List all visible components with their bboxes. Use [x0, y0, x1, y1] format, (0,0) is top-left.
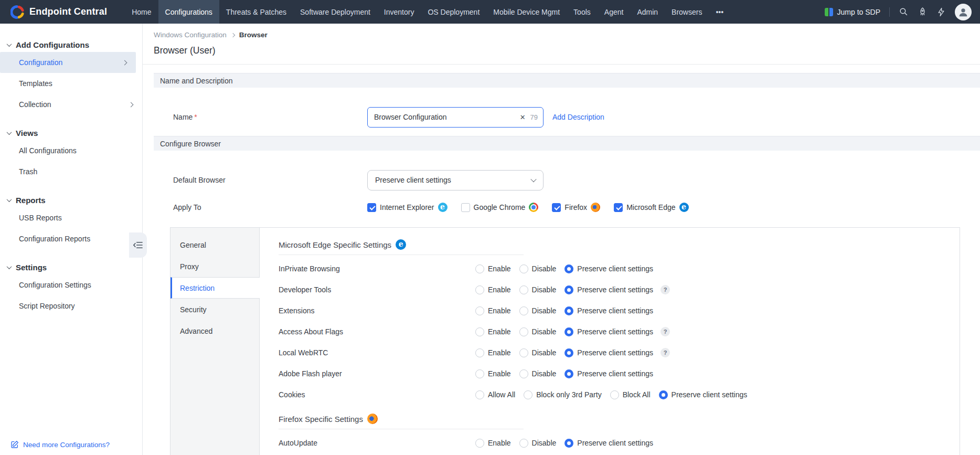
breadcrumb-parent[interactable]: Windows Configuration: [154, 31, 227, 39]
radio-button[interactable]: [519, 306, 528, 315]
sidebar-item-configuration-reports[interactable]: Configuration Reports: [0, 228, 142, 249]
sidebar-item-all-configurations[interactable]: All Configurations: [0, 140, 142, 161]
radio-button[interactable]: [519, 264, 528, 273]
radio-disable[interactable]: Disable: [519, 327, 557, 336]
jump-to-sdp-button[interactable]: Jump to SDP: [825, 8, 880, 16]
sidebar-section-header-settings[interactable]: Settings: [0, 260, 142, 274]
radio-button[interactable]: [564, 348, 573, 357]
radio-enable[interactable]: Enable: [475, 327, 511, 336]
radio-enable[interactable]: Enable: [475, 285, 511, 294]
apply-to-google-chrome[interactable]: Google Chrome: [461, 203, 539, 212]
radio-enable[interactable]: Enable: [475, 306, 511, 315]
radio-preserve-client-settings[interactable]: Preserve client settings: [564, 264, 653, 273]
nav-item-browsers[interactable]: Browsers: [665, 0, 709, 24]
add-description-link[interactable]: Add Description: [552, 113, 604, 121]
nav-item-admin[interactable]: Admin: [630, 0, 665, 24]
radio-button[interactable]: [524, 390, 532, 399]
radio-button[interactable]: [475, 369, 484, 378]
sidebar-collapse-handle[interactable]: [129, 232, 147, 258]
nav-item-inventory[interactable]: Inventory: [377, 0, 421, 24]
radio-preserve-client-settings[interactable]: Preserve client settings: [564, 439, 653, 448]
sidebar-item-configuration-settings[interactable]: Configuration Settings: [0, 274, 142, 295]
radio-button[interactable]: [564, 439, 573, 448]
radio-preserve-client-settings[interactable]: Preserve client settings: [564, 348, 653, 357]
checkbox-firefox[interactable]: [552, 203, 561, 212]
radio-button[interactable]: [564, 369, 573, 378]
radio-button[interactable]: [519, 285, 528, 294]
radio-disable[interactable]: Disable: [519, 306, 557, 315]
radio-button[interactable]: [519, 369, 528, 378]
radio-enable[interactable]: Enable: [475, 264, 511, 273]
radio-button[interactable]: [564, 306, 573, 315]
rocket-icon[interactable]: [918, 7, 928, 17]
radio-preserve-client-settings[interactable]: Preserve client settings: [659, 390, 748, 399]
default-browser-select[interactable]: Preserve client settings: [367, 170, 544, 191]
radio-disable[interactable]: Disable: [519, 348, 557, 357]
sidebar-item-usb-reports[interactable]: USB Reports: [0, 207, 142, 228]
apply-to-internet-explorer[interactable]: Internet Explorer: [367, 203, 448, 212]
radio-enable[interactable]: Enable: [475, 439, 511, 448]
avatar[interactable]: [955, 4, 972, 20]
radio-button[interactable]: [564, 327, 573, 336]
radio-enable[interactable]: Enable: [475, 369, 511, 378]
apply-to-firefox[interactable]: Firefox: [552, 203, 600, 212]
clear-icon[interactable]: ✕: [520, 113, 526, 121]
brand[interactable]: Endpoint Central: [0, 5, 116, 19]
radio-button[interactable]: [659, 390, 668, 399]
nav-item-software-deployment[interactable]: Software Deployment: [293, 0, 377, 24]
radio-disable[interactable]: Disable: [519, 369, 557, 378]
sidebar-section-header-views[interactable]: Views: [0, 125, 142, 140]
tab-advanced[interactable]: Advanced: [171, 320, 259, 342]
radio-button[interactable]: [475, 390, 484, 399]
name-input[interactable]: [374, 113, 515, 121]
tab-security[interactable]: Security: [171, 299, 259, 320]
radio-block-only-3rd-party[interactable]: Block only 3rd Party: [524, 390, 602, 399]
sidebar-item-script-repository[interactable]: Script Repository: [0, 295, 142, 316]
checkbox-microsoft-edge[interactable]: [614, 203, 623, 212]
radio-allow-all[interactable]: Allow All: [475, 390, 515, 399]
sidebar-section-header-add-configurations[interactable]: Add Configurations: [0, 37, 142, 52]
radio-disable[interactable]: Disable: [519, 439, 557, 448]
radio-button[interactable]: [519, 439, 528, 448]
radio-preserve-client-settings[interactable]: Preserve client settings: [564, 327, 653, 336]
radio-disable[interactable]: Disable: [519, 285, 557, 294]
sidebar-item-templates[interactable]: Templates: [0, 73, 142, 94]
nav-item-configurations[interactable]: Configurations: [158, 0, 219, 24]
radio-button[interactable]: [564, 285, 573, 294]
checkbox-internet-explorer[interactable]: [367, 203, 376, 212]
nav-item-threats-patches[interactable]: Threats & Patches: [219, 0, 293, 24]
radio-button[interactable]: [475, 348, 484, 357]
radio-preserve-client-settings[interactable]: Preserve client settings: [564, 285, 653, 294]
radio-preserve-client-settings[interactable]: Preserve client settings: [564, 369, 653, 378]
nav-item-home[interactable]: Home: [125, 0, 158, 24]
tab-restriction[interactable]: Restriction: [171, 277, 260, 299]
help-icon[interactable]: ?: [661, 285, 670, 294]
radio-button[interactable]: [610, 390, 619, 399]
nav-item-tools[interactable]: Tools: [567, 0, 598, 24]
sidebar-item-configuration[interactable]: Configuration: [0, 52, 136, 73]
radio-button[interactable]: [564, 264, 573, 273]
need-more-configurations-link[interactable]: Need more Configurations?: [10, 440, 110, 449]
radio-enable[interactable]: Enable: [475, 348, 511, 357]
radio-disable[interactable]: Disable: [519, 264, 557, 273]
search-icon[interactable]: [899, 7, 909, 17]
help-icon[interactable]: ?: [661, 348, 670, 357]
lightning-icon[interactable]: [936, 7, 946, 17]
radio-button[interactable]: [475, 439, 484, 448]
nav-item-os-deployment[interactable]: OS Deployment: [421, 0, 486, 24]
radio-block-all[interactable]: Block All: [610, 390, 651, 399]
nav-item-agent[interactable]: Agent: [598, 0, 631, 24]
radio-preserve-client-settings[interactable]: Preserve client settings: [564, 306, 653, 315]
radio-button[interactable]: [475, 306, 484, 315]
nav-more[interactable]: •••: [709, 0, 730, 24]
help-icon[interactable]: ?: [661, 327, 670, 336]
radio-button[interactable]: [475, 285, 484, 294]
sidebar-item-collection[interactable]: Collection: [0, 94, 142, 115]
sidebar-item-trash[interactable]: Trash: [0, 161, 142, 182]
apply-to-microsoft-edge[interactable]: Microsoft Edge: [614, 203, 688, 212]
nav-item-mobile-device-mgmt[interactable]: Mobile Device Mgmt: [486, 0, 567, 24]
sidebar-section-header-reports[interactable]: Reports: [0, 193, 142, 207]
radio-button[interactable]: [475, 327, 484, 336]
radio-button[interactable]: [519, 348, 528, 357]
tab-proxy[interactable]: Proxy: [171, 256, 259, 277]
